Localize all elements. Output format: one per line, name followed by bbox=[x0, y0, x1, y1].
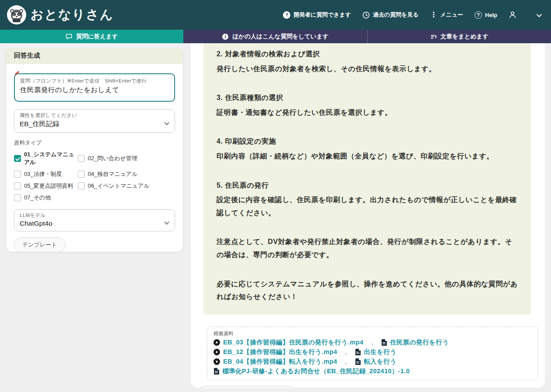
doc-type-label: 資料タイプ bbox=[14, 139, 175, 147]
attribute-select-label: 属性を選択してください bbox=[20, 112, 162, 119]
collapse-header-button[interactable] bbox=[537, 11, 541, 19]
sources-title: 根拠資料 bbox=[214, 330, 531, 337]
checkbox-unchecked-icon bbox=[78, 155, 85, 162]
tab-answer-label: 質問に答えます bbox=[76, 33, 118, 41]
doc-type-checkbox-group: 01_システムマニュアル 02_問い合わせ管理 03_法律・制度 04_独自マニ… bbox=[14, 151, 175, 202]
feedback-button[interactable]: 今後の回答の参考にします bbox=[197, 386, 296, 388]
document-icon bbox=[355, 349, 361, 355]
template-button[interactable]: テンプレート bbox=[14, 237, 65, 252]
source-video-link[interactable]: EB_03【操作習得編】住民票の発行を行う.mp4 bbox=[223, 338, 363, 347]
checkbox-unchecked-icon bbox=[14, 194, 21, 201]
source-doc-link[interactable]: 転入を行う bbox=[364, 358, 396, 366]
source-separator: ， bbox=[343, 358, 349, 366]
source-row: EB_12【操作習得編】出生を行う.mp4 ， 出生を行う bbox=[214, 348, 531, 356]
tab-others-label: ほかの人はこんな質問をしています bbox=[232, 33, 328, 41]
answer-result-panel: 2. 対象者情報の検索および選択 発行したい住民票の対象者を検索し、その住民情報… bbox=[191, 43, 545, 388]
answer-step-heading: 5. 住民票の発行 bbox=[217, 179, 518, 192]
document-icon bbox=[355, 358, 361, 365]
history-clock-icon bbox=[362, 11, 370, 19]
help-circle-icon: ? bbox=[475, 11, 482, 19]
past-questions-button[interactable]: 過去の質問を見る bbox=[362, 11, 419, 19]
question-input-label: 質問（プロンプト）※Enterで送信 Shift+Enterで改行 bbox=[20, 78, 169, 84]
answer-step-body: 証明書・通知書など発行したい住民票を選択します。 bbox=[217, 106, 518, 119]
source-doc-link[interactable]: 住民票の発行を行う bbox=[390, 338, 449, 347]
summarize-icon bbox=[430, 33, 437, 40]
source-video-link[interactable]: EB_12【操作習得編】出生を行う.mp4 bbox=[223, 348, 337, 356]
answer-step-body: 設定後に内容を確認し、住民票を印刷します。出力されたもので情報が正しいことを最終… bbox=[217, 193, 518, 219]
help-button[interactable]: ? Help bbox=[475, 11, 497, 19]
answer-step-body: 印刷内容（詳細・続柄など）や対象範囲（全員など）を選び、印刷設定を行います。 bbox=[217, 150, 518, 163]
source-row: 標準化PJ-研修-よくあるお問合せ（EB_住民記録_202410）-1.0 bbox=[214, 367, 531, 375]
chevron-down-icon bbox=[537, 12, 542, 17]
answer-note: 必要に応じてシステムマニュアルを参照し、操作を進めてください。他の具体的な質問が… bbox=[217, 278, 518, 303]
ask-developer-button[interactable]: ? 開発者に質問できます bbox=[283, 11, 351, 19]
attribute-select-value: EB_住民記録 bbox=[20, 120, 162, 129]
source-video-link[interactable]: EB_04【操作習得編】転入を行う.mp4 bbox=[223, 358, 337, 366]
menu-label: メニュー bbox=[440, 11, 463, 19]
llm-model-value: ChatGpt4o bbox=[20, 220, 162, 227]
sources-box: 根拠資料 EB_03【操作習得編】住民票の発行を行う.mp4 ， 住民票の発行を… bbox=[207, 327, 538, 380]
question-input-value: 住民票発行のしかたをおしえて bbox=[20, 86, 169, 95]
user-account-button[interactable] bbox=[509, 11, 517, 19]
checkbox-03-law-system[interactable]: 03_法律・制度 bbox=[14, 170, 78, 178]
answer-text-box: 2. 対象者情報の検索および選択 発行したい住民票の対象者を検索し、その住民情報… bbox=[203, 43, 531, 315]
answer-section: 2. 対象者情報の検索および選択 発行したい住民票の対象者を検索し、その住民情報… bbox=[217, 48, 518, 75]
document-icon bbox=[381, 339, 387, 346]
attribute-select[interactable]: 属性を選択してください EB_住民記録 bbox=[14, 109, 175, 133]
checkbox-05-change-docs[interactable]: 05_変更点説明資料 bbox=[14, 182, 78, 190]
tab-answer-questions[interactable]: 質問に答えます bbox=[0, 30, 183, 43]
user-icon bbox=[509, 11, 517, 19]
tanuki-mascot-icon bbox=[8, 7, 25, 23]
tab-summarize-text[interactable]: 文章をまとめます bbox=[367, 30, 551, 43]
checkbox-unchecked-icon bbox=[78, 182, 85, 189]
checkbox-unchecked-icon bbox=[78, 171, 85, 178]
help-label: Help bbox=[485, 12, 497, 18]
source-row: EB_03【操作習得編】住民票の発行を行う.mp4 ， 住民票の発行を行う bbox=[214, 338, 531, 347]
question-input[interactable]: 質問（プロンプト）※Enterで送信 Shift+Enterで改行 住民票発行の… bbox=[14, 73, 175, 102]
required-corner-marker bbox=[14, 71, 19, 75]
tab-summarize-label: 文章をまとめます bbox=[441, 33, 489, 41]
past-questions-label: 過去の質問を見る bbox=[373, 11, 419, 19]
source-doc-link[interactable]: 出生を行う bbox=[364, 348, 396, 356]
menu-button[interactable]: ⋮ メニュー bbox=[430, 11, 463, 19]
kebab-menu-icon: ⋮ bbox=[430, 11, 437, 18]
answer-step-body: 発行したい住民票の対象者を検索し、その住民情報を表示します。 bbox=[217, 62, 518, 76]
answer-note: 注意点として、DV対象者や発行禁止対象者の場合、発行が制限されることがあります。… bbox=[217, 235, 518, 261]
checkbox-07-other[interactable]: 07_その他 bbox=[14, 194, 78, 202]
answer-section: 3. 住民票種類の選択 証明書・通知書など発行したい住民票を選択します。 bbox=[217, 91, 518, 119]
panel-body: 質問（プロンプト）※Enterで送信 Shift+Enterで改行 住民票発行の… bbox=[6, 64, 183, 252]
app-logo bbox=[7, 5, 26, 24]
source-doc-link[interactable]: 標準化PJ-研修-よくあるお問合せ（EB_住民記録_202410）-1.0 bbox=[222, 367, 410, 375]
source-separator: ， bbox=[369, 338, 375, 347]
answer-step-heading: 4. 印刷設定の実施 bbox=[217, 135, 518, 148]
source-row: EB_04【操作習得編】転入を行う.mp4 ， 転入を行う bbox=[214, 358, 531, 366]
play-video-icon bbox=[214, 349, 220, 355]
answer-section: 4. 印刷設定の実施 印刷内容（詳細・続柄など）や対象範囲（全員など）を選び、印… bbox=[217, 135, 518, 162]
chevron-down-icon bbox=[165, 218, 169, 226]
play-video-icon bbox=[214, 358, 220, 365]
play-video-icon bbox=[214, 339, 220, 346]
app-header: おとなりさん ? 開発者に質問できます 過去の質問を見る ⋮ メニュー ? He… bbox=[0, 0, 551, 30]
info-circle-icon bbox=[222, 33, 229, 40]
checkbox-04-original-manual[interactable]: 04_独自マニュアル bbox=[78, 170, 175, 178]
checkbox-checked-icon bbox=[14, 155, 21, 162]
document-icon bbox=[214, 368, 219, 375]
question-circle-filled-icon: ? bbox=[283, 11, 290, 19]
llm-model-select[interactable]: LLMモデル ChatGpt4o bbox=[14, 209, 175, 231]
panel-title: 回答生成 bbox=[6, 48, 183, 64]
answer-section: 5. 住民票の発行 設定後に内容を確認し、住民票を印刷します。出力されたもので情… bbox=[217, 179, 518, 220]
checkbox-01-system-manual[interactable]: 01_システムマニュアル bbox=[14, 151, 78, 166]
llm-model-label: LLMモデル bbox=[20, 212, 162, 219]
speech-bubble-icon bbox=[65, 33, 72, 40]
checkbox-unchecked-icon bbox=[14, 182, 21, 189]
answer-step-heading: 2. 対象者情報の検索および選択 bbox=[217, 48, 518, 61]
app-title: おとなりさん bbox=[31, 6, 114, 24]
checkbox-06-event-manual[interactable]: 06_イベントマニュアル bbox=[78, 182, 175, 190]
tab-others-questions[interactable]: ほかの人はこんな質問をしています bbox=[183, 30, 367, 43]
answer-step-heading: 3. 住民票種類の選択 bbox=[217, 91, 518, 104]
tab-bar: 質問に答えます ほかの人はこんな質問をしています 文章をまとめます bbox=[0, 30, 551, 43]
header-nav: ? 開発者に質問できます 過去の質問を見る ⋮ メニュー ? Help bbox=[283, 11, 517, 19]
checkbox-02-inquiry-management[interactable]: 02_問い合わせ管理 bbox=[78, 151, 175, 166]
answer-generation-panel: 回答生成 質問（プロンプト）※Enterで送信 Shift+Enterで改行 住… bbox=[6, 48, 183, 252]
checkbox-unchecked-icon bbox=[14, 171, 21, 178]
